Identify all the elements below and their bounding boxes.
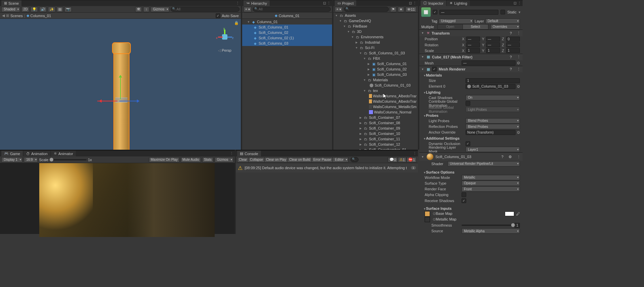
basemap-tex-slot[interactable] bbox=[425, 211, 430, 217]
move-gizmo-y[interactable] bbox=[120, 76, 121, 99]
component-mesh-filter[interactable]: ▼▦Cube_017 (Mesh Filter)? ⋮ bbox=[419, 54, 523, 60]
dynamic-occlusion-checkbox[interactable]: ✓ bbox=[466, 141, 470, 146]
active-checkbox[interactable]: ✓ bbox=[433, 10, 437, 14]
popout-icon[interactable]: ⊡ bbox=[323, 1, 326, 5]
input-pos-z[interactable]: 0 bbox=[506, 37, 520, 42]
hierarchy-item[interactable]: ◆Scifi_Columns_02 (1) bbox=[242, 35, 332, 41]
element0-field[interactable]: Scifi_Columns_01_03 bbox=[466, 84, 516, 89]
input-scl-z[interactable]: 1 bbox=[506, 48, 520, 53]
filter-icon[interactable]: ★ bbox=[398, 7, 404, 12]
input-rot-x[interactable]: — bbox=[466, 42, 480, 47]
pane-menu-icon[interactable]: ⋮ bbox=[236, 1, 239, 5]
component-transform[interactable]: ▼⤧Transform? ⋮ bbox=[419, 30, 523, 36]
menu-icon[interactable]: ⋮ bbox=[517, 67, 521, 71]
console-search[interactable] bbox=[351, 157, 359, 162]
stats-button[interactable]: Stats bbox=[202, 157, 213, 162]
tab-animation[interactable]: ⏱Animation bbox=[23, 151, 50, 156]
folder-item[interactable]: ▼🗀tex bbox=[333, 88, 418, 93]
tag-dropdown[interactable]: Untagged bbox=[439, 18, 473, 24]
reflection-probes-dropdown[interactable]: Blend Probes bbox=[466, 124, 520, 129]
anchor-override-field[interactable]: None (Transform) bbox=[466, 130, 516, 135]
create-dropdown[interactable]: + ▾ bbox=[244, 7, 252, 12]
light-probes-dropdown[interactable]: Blend Probes bbox=[466, 118, 520, 124]
render-face-dropdown[interactable]: Front bbox=[462, 186, 520, 192]
folder-item[interactable]: ▶🗀Scifi_Container_12 bbox=[333, 142, 418, 147]
folder-item[interactable]: ▶🗀Scifi_Container_09 bbox=[333, 126, 418, 131]
maximize-on-play-button[interactable]: Maximize On Play bbox=[149, 157, 179, 162]
smoothness-slider[interactable] bbox=[462, 225, 513, 226]
input-rot-y[interactable]: — bbox=[486, 42, 500, 47]
clear-on-play-button[interactable]: Clear on Play bbox=[265, 157, 288, 162]
warn-toggle[interactable]: ⚠1 bbox=[398, 157, 407, 162]
folder-item[interactable]: ▼🗀Environments bbox=[333, 34, 418, 40]
asset-item[interactable]: WallsColumns_AlbedoTransparency bbox=[333, 99, 418, 104]
tab-lighting[interactable]: ☀Lighting bbox=[447, 0, 470, 6]
input-scl-y[interactable]: 1 bbox=[486, 48, 500, 53]
auto-save-checkbox[interactable]: ✓ bbox=[216, 13, 220, 18]
workflow-dropdown[interactable]: Metallic bbox=[462, 175, 520, 180]
popout-icon[interactable]: ⊡ bbox=[409, 1, 412, 5]
folder-item[interactable]: ▶🗀Scifi_Container_08 bbox=[333, 120, 418, 126]
gizmos-dropdown[interactable]: Gizmos bbox=[151, 7, 169, 12]
settings-icon[interactable]: ⚙ bbox=[508, 155, 512, 159]
light-icon[interactable]: 💡 bbox=[31, 7, 38, 12]
console-entry[interactable]: ⚠ [08:09:25] Default audio device was ch… bbox=[236, 163, 418, 173]
projection-label[interactable]: ◁ Persp bbox=[218, 48, 231, 53]
open-button[interactable]: Open bbox=[437, 24, 463, 30]
info-toggle[interactable]: 💬0 bbox=[388, 157, 398, 162]
picker-icon[interactable]: 🖊 bbox=[516, 212, 520, 216]
tab-game[interactable]: 🎮Game bbox=[1, 151, 23, 156]
project-tree[interactable]: ▼🗀Assets ▼🗀GameDevHQ ▼🗀FileBase ▼🗀3D ▼🗀E… bbox=[333, 13, 418, 150]
help-icon[interactable]: ? bbox=[501, 155, 503, 159]
folder-item[interactable]: ▶🗀Scifi_Container_11 bbox=[333, 136, 418, 142]
hierarchy-tree[interactable]: ▼◆Columns_01 ◆Scifi_Columns_01 ◆Scifi_Co… bbox=[242, 19, 332, 150]
asset-item[interactable]: WallsColumns_AlbedoTransparency bbox=[333, 93, 418, 99]
collapse-button[interactable]: Collapse bbox=[249, 157, 265, 162]
fx-icon[interactable]: ✨ bbox=[48, 7, 55, 12]
clear-button[interactable]: Clear bbox=[237, 157, 249, 162]
move-gizmo[interactable] bbox=[97, 99, 141, 105]
metallic-tex-slot[interactable] bbox=[425, 217, 430, 222]
hierarchy-item[interactable]: ◆Scifi_Columns_02 bbox=[242, 30, 332, 35]
aspect-dropdown[interactable]: 16:9 bbox=[24, 157, 38, 162]
mute-audio-button[interactable]: Mute Audio bbox=[181, 157, 201, 162]
folder-item[interactable]: ▼🗀Scifi_Columns_01_03 bbox=[333, 50, 418, 56]
breadcrumb-prefab[interactable]: Columns_01 bbox=[31, 14, 51, 18]
pane-menu-icon[interactable]: ⋮ bbox=[518, 1, 521, 5]
folder-item[interactable]: ▼🗀3D bbox=[333, 29, 418, 34]
display-dropdown[interactable]: Display 1 bbox=[1, 157, 22, 162]
help-icon[interactable]: ? bbox=[510, 67, 512, 71]
error-toggle[interactable]: ⛔1 bbox=[407, 157, 417, 162]
game-gizmos-dropdown[interactable]: Gizmos bbox=[215, 157, 233, 162]
tab-console[interactable]: ▤Console bbox=[237, 151, 261, 156]
create-dropdown[interactable]: + ▾ bbox=[335, 7, 343, 12]
folder-item[interactable]: ▶🗀Scifi_Container_07 bbox=[333, 115, 418, 120]
cast-shadows-dropdown[interactable]: On bbox=[466, 95, 520, 100]
popout-icon[interactable]: ⊡ bbox=[514, 1, 517, 5]
component-mesh-renderer[interactable]: ▼▦✓Mesh Renderer? ⋮ bbox=[419, 66, 523, 72]
asset-item[interactable]: WallsColumns_MetallicSmoothness bbox=[333, 104, 418, 109]
tab-hierarchy[interactable]: ≔Hierarchy bbox=[244, 0, 270, 6]
input-pos-x[interactable]: — bbox=[466, 37, 480, 42]
pane-menu-icon[interactable]: ⋮ bbox=[327, 1, 331, 5]
audio-icon[interactable]: 🔊 bbox=[39, 7, 47, 12]
asset-item[interactable]: ▶▣Scifi_Columns_02 bbox=[333, 66, 418, 72]
surface-type-dropdown[interactable]: Opaque bbox=[462, 181, 520, 186]
select-button[interactable]: Select bbox=[463, 24, 488, 30]
tab-inspector[interactable]: ⓘInspector bbox=[421, 0, 446, 6]
contribute-gi-checkbox[interactable] bbox=[466, 101, 470, 106]
folder-item[interactable]: ▼🗀FileBase bbox=[333, 23, 418, 29]
picker-icon[interactable]: ⊙ bbox=[517, 61, 520, 65]
layer-dropdown[interactable]: Default bbox=[485, 18, 520, 24]
asset-item[interactable]: ▶▣Scifi_Columns_03 bbox=[333, 72, 418, 77]
filter-icon[interactable]: ⚑ bbox=[390, 7, 396, 12]
folder-item[interactable]: ▼🗀GameDevHQ bbox=[333, 18, 418, 23]
shelf-icon[interactable]: ▤ bbox=[57, 7, 63, 12]
menu-icon[interactable]: ⋮ bbox=[517, 31, 521, 35]
input-rot-z[interactable]: — bbox=[506, 42, 520, 47]
static-checkbox[interactable] bbox=[500, 10, 505, 14]
lock-icon[interactable]: 🔒 bbox=[234, 21, 239, 25]
alpha-clip-checkbox[interactable] bbox=[462, 192, 466, 197]
input-pos-y[interactable]: — bbox=[486, 37, 500, 42]
orient-icon[interactable]: ↕ bbox=[143, 7, 149, 12]
